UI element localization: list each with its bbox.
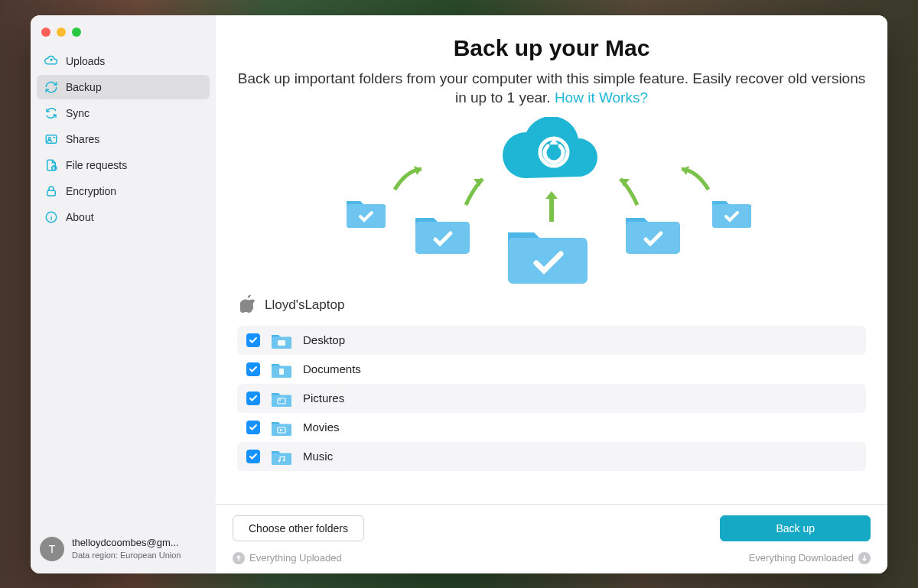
lock-icon (44, 184, 58, 198)
apple-icon (240, 294, 256, 317)
backup-illustration (307, 117, 796, 278)
account-email: thelloydcoombes@gm... (72, 537, 181, 550)
main-panel: Back up your Mac Back up important folde… (216, 15, 887, 573)
svg-point-1 (48, 137, 50, 139)
svg-rect-15 (272, 395, 291, 407)
sidebar-item-uploads[interactable]: Uploads (37, 49, 210, 73)
arrow-icon (391, 163, 429, 193)
folder-list: Desktop Documents Pictures Movies (237, 326, 866, 471)
sidebar-item-label: Sync (66, 107, 90, 119)
cloud-upload-icon (44, 54, 58, 68)
svg-point-21 (278, 460, 281, 462)
device-header: Lloyd'sLaptop (237, 291, 866, 326)
content: Back up your Mac Back up important folde… (216, 15, 887, 504)
svg-point-22 (283, 459, 285, 461)
info-icon (44, 210, 58, 224)
svg-rect-6 (347, 204, 386, 228)
svg-rect-10 (712, 204, 751, 228)
svg-rect-7 (415, 222, 470, 254)
svg-rect-8 (508, 238, 588, 284)
sidebar-item-encryption[interactable]: Encryption (37, 179, 210, 203)
sidebar-item-label: Shares (66, 133, 99, 145)
sidebar-item-backup[interactable]: Backup (37, 75, 210, 99)
svg-point-17 (279, 399, 281, 401)
folder-icon (711, 193, 753, 228)
app-window: Uploads Backup Sync Shares (31, 15, 887, 573)
refresh-icon (44, 80, 58, 94)
backup-button[interactable]: Back up (720, 515, 871, 541)
folder-icon (345, 193, 387, 228)
cloud-icon (494, 117, 609, 193)
account-footer[interactable]: T thelloydcoombes@gm... Data region: Eur… (31, 529, 216, 573)
account-region: Data region: European Union (72, 550, 181, 560)
arrow-icon (674, 163, 712, 193)
svg-rect-14 (279, 369, 284, 375)
arrow-icon (613, 174, 643, 209)
folder-icon (624, 209, 682, 255)
upload-status-icon (233, 552, 245, 564)
status-bar: Everything Uploaded Everything Downloade… (216, 549, 887, 573)
close-window-button[interactable] (41, 28, 50, 37)
folder-label: Documents (303, 362, 361, 375)
folder-row-documents[interactable]: Documents (237, 355, 866, 384)
folder-label: Desktop (303, 333, 345, 346)
folder-pictures-icon (271, 389, 292, 408)
checkbox[interactable] (246, 421, 260, 434)
folder-documents-icon (271, 360, 292, 378)
folder-music-icon (271, 447, 292, 466)
sidebar: Uploads Backup Sync Shares (31, 15, 216, 573)
minimize-window-button[interactable] (57, 28, 66, 37)
folder-label: Music (303, 450, 333, 463)
choose-other-folders-button[interactable]: Choose other folders (233, 515, 364, 541)
folder-desktop-icon (271, 331, 292, 349)
device-name: Lloyd'sLaptop (265, 297, 344, 313)
share-person-icon (44, 132, 58, 146)
page-title: Back up your Mac (237, 35, 866, 61)
sidebar-item-about[interactable]: About (37, 205, 210, 229)
folder-icon (414, 209, 471, 255)
folder-movies-icon (271, 418, 292, 437)
sidebar-item-file-requests[interactable]: File requests (37, 153, 210, 177)
checkbox[interactable] (246, 362, 260, 376)
arrow-icon (460, 174, 490, 209)
sidebar-item-sync[interactable]: Sync (37, 101, 210, 125)
checkbox[interactable] (246, 450, 260, 463)
svg-rect-20 (272, 453, 291, 465)
folder-row-pictures[interactable]: Pictures (237, 384, 866, 413)
checkbox[interactable] (246, 391, 260, 405)
how-it-works-link[interactable]: How it Works? (555, 89, 648, 106)
folder-label: Movies (303, 421, 340, 434)
sidebar-item-shares[interactable]: Shares (37, 127, 210, 151)
status-uploaded: Everything Uploaded (233, 552, 342, 564)
svg-rect-12 (278, 340, 285, 346)
download-status-icon (858, 552, 871, 564)
folder-row-movies[interactable]: Movies (237, 413, 866, 442)
fullscreen-window-button[interactable] (72, 28, 81, 37)
svg-rect-9 (626, 222, 680, 254)
sidebar-item-label: Backup (66, 81, 102, 93)
svg-rect-3 (47, 190, 56, 196)
folder-icon (506, 220, 590, 285)
folder-label: Pictures (303, 391, 344, 404)
sidebar-item-label: Uploads (66, 55, 105, 67)
checkbox[interactable] (246, 333, 260, 347)
window-controls (31, 21, 216, 49)
status-downloaded: Everything Downloaded (749, 552, 871, 564)
sync-icon (44, 106, 58, 120)
page-subtitle: Back up important folders from your comp… (237, 69, 866, 108)
sidebar-item-label: File requests (66, 159, 127, 171)
folder-row-music[interactable]: Music (237, 442, 866, 471)
nav-list: Uploads Backup Sync Shares (31, 49, 216, 231)
folder-row-desktop[interactable]: Desktop (237, 326, 866, 355)
file-request-icon (44, 158, 58, 172)
bottom-toolbar: Choose other folders Back up (216, 504, 887, 549)
avatar: T (40, 537, 64, 561)
sidebar-item-label: About (66, 211, 94, 223)
sidebar-item-label: Encryption (66, 185, 116, 197)
